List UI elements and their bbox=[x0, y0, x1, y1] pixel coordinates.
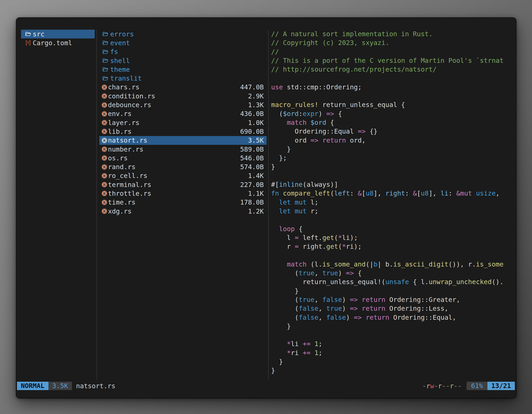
code-line: r = right.get(*ri); bbox=[271, 242, 516, 251]
code-line: // bbox=[271, 48, 516, 56]
dir-row-label: errors bbox=[110, 30, 267, 38]
dir-row-event[interactable]: event bbox=[99, 39, 267, 47]
code-line: *ri += 1; bbox=[271, 348, 516, 357]
code-line: // http://sourcefrog.net/projects/natsor… bbox=[271, 65, 516, 74]
file-row-xdg[interactable]: xdg.rs 1.2K bbox=[99, 207, 267, 216]
code-line: // A natural sort implementation in Rust… bbox=[271, 30, 516, 39]
file-row-os[interactable]: os.rs 546.0B bbox=[99, 154, 267, 163]
code-line: match $ord { bbox=[271, 118, 516, 127]
file-row-label: layer.rs bbox=[108, 119, 248, 127]
file-row-lib[interactable]: lib.rs 690.0B bbox=[99, 127, 267, 136]
rust-icon bbox=[101, 155, 108, 161]
file-row-label: terminal.rs bbox=[108, 181, 240, 189]
file-row-chars[interactable]: chars.rs 447.0B bbox=[99, 83, 267, 92]
file-row-label: xdg.rs bbox=[108, 207, 248, 215]
folder-icon bbox=[102, 31, 110, 37]
pane-divider-left bbox=[96, 30, 97, 380]
code-line: (false, true) => return Ordering::Less, bbox=[271, 304, 516, 313]
file-row-env[interactable]: env.rs 436.0B bbox=[99, 109, 267, 118]
file-row-throttle[interactable]: throttle.rs 1.1K bbox=[99, 189, 267, 198]
code-line: fn compare_left(left: &[u8], right: &[u8… bbox=[271, 189, 516, 198]
code-line: let mut l; bbox=[271, 198, 516, 207]
file-size: 178.0B bbox=[240, 198, 267, 206]
code-line bbox=[271, 331, 516, 339]
code-line: } bbox=[271, 163, 516, 171]
code-line: (true, false) => return Ordering::Greate… bbox=[271, 295, 516, 304]
file-size-badge: 3.5K bbox=[48, 382, 72, 390]
code-line: }; bbox=[271, 154, 516, 163]
code-line: #[inline(always)] bbox=[271, 180, 516, 189]
code-line: } bbox=[271, 287, 516, 295]
folder-icon bbox=[102, 75, 110, 82]
file-size: 447.0B bbox=[240, 83, 267, 91]
file-row-debounce[interactable]: debounce.rs 1.3K bbox=[99, 100, 267, 109]
toml-icon bbox=[25, 40, 33, 46]
code-line bbox=[271, 251, 516, 260]
code-line: *li += 1; bbox=[271, 339, 516, 348]
file-size: 2.9K bbox=[248, 92, 267, 100]
dir-row-errors[interactable]: errors bbox=[99, 30, 267, 39]
file-row-label: env.rs bbox=[108, 110, 240, 118]
file-row-layer[interactable]: layer.rs 1.0K bbox=[99, 118, 267, 127]
rust-icon bbox=[101, 137, 108, 144]
file-size: 1.1K bbox=[248, 190, 267, 197]
dir-row-translit[interactable]: translit bbox=[99, 74, 267, 83]
code-line: } bbox=[271, 366, 516, 375]
file-row-label: chars.rs bbox=[108, 83, 240, 91]
rust-icon bbox=[101, 93, 108, 99]
dir-row-shell[interactable]: shell bbox=[99, 56, 267, 65]
dir-row-fs[interactable]: fs bbox=[99, 48, 267, 56]
dir-row-label: event bbox=[110, 39, 267, 47]
parent-item-cargo-toml[interactable]: Cargo.toml bbox=[21, 39, 95, 47]
file-row-natsort-selected[interactable]: natsort.rs 3.5K bbox=[99, 136, 267, 145]
dir-row-label: theme bbox=[110, 66, 267, 73]
file-row-label: number.rs bbox=[108, 145, 240, 153]
file-size: 1.0K bbox=[248, 119, 267, 127]
file-size: 1.2K bbox=[248, 207, 267, 215]
file-row-terminal[interactable]: terminal.rs 227.0B bbox=[99, 180, 267, 189]
file-row-label: ro_cell.rs bbox=[108, 172, 248, 180]
code-line bbox=[271, 74, 516, 83]
file-row-label: rand.rs bbox=[108, 163, 240, 171]
file-row-ro-cell[interactable]: ro_cell.rs 1.4K bbox=[99, 171, 267, 180]
code-line: } bbox=[271, 357, 516, 366]
rust-icon bbox=[101, 119, 108, 126]
file-size: 3.5K bbox=[248, 136, 267, 144]
file-row-label: time.rs bbox=[108, 198, 240, 206]
file-row-condition[interactable]: condition.rs 2.9K bbox=[99, 92, 267, 100]
code-line: ($ord:expr) => { bbox=[271, 109, 516, 118]
code-line: match (l.is_some_and(|b| b.is_ascii_digi… bbox=[271, 260, 516, 269]
code-line: return_unless_equal!(unsafe { l.unwrap_u… bbox=[271, 278, 516, 286]
code-line: // Copyright (c) 2023, sxyazi. bbox=[271, 39, 516, 47]
folder-icon bbox=[102, 58, 110, 64]
code-line bbox=[271, 92, 516, 100]
file-row-label: throttle.rs bbox=[108, 190, 248, 197]
rust-icon bbox=[101, 164, 108, 170]
scroll-percent-badge: 61% bbox=[466, 382, 487, 390]
rust-icon bbox=[101, 173, 108, 179]
file-row-rand[interactable]: rand.rs 574.0B bbox=[99, 163, 267, 171]
code-line: } bbox=[271, 145, 516, 154]
parent-item-label: Cargo.toml bbox=[33, 39, 95, 47]
file-size: 1.3K bbox=[248, 101, 267, 109]
code-line: l = left.get(*li); bbox=[271, 233, 516, 242]
cursor-position-badge: 13/21 bbox=[487, 382, 515, 390]
dir-row-label: fs bbox=[110, 48, 267, 56]
code-line: macro_rules! return_unless_equal { bbox=[271, 100, 516, 109]
file-row-label: lib.rs bbox=[108, 128, 240, 135]
file-size: 436.0B bbox=[240, 110, 267, 118]
code-line: Ordering::Equal => {} bbox=[271, 127, 516, 136]
folder-icon bbox=[102, 66, 110, 73]
rust-icon bbox=[101, 111, 108, 117]
file-row-time[interactable]: time.rs 178.0B bbox=[99, 198, 267, 207]
file-row-number[interactable]: number.rs 589.0B bbox=[99, 145, 267, 154]
mode-badge: NORMAL bbox=[17, 382, 48, 390]
parent-item-src[interactable]: src bbox=[21, 30, 95, 39]
code-line: } bbox=[271, 322, 516, 331]
code-line: let mut r; bbox=[271, 207, 516, 216]
file-row-label: os.rs bbox=[108, 154, 240, 162]
file-row-label: natsort.rs bbox=[108, 136, 248, 144]
parent-item-label: src bbox=[33, 30, 95, 38]
rust-icon bbox=[101, 128, 108, 135]
dir-row-theme[interactable]: theme bbox=[99, 65, 267, 74]
